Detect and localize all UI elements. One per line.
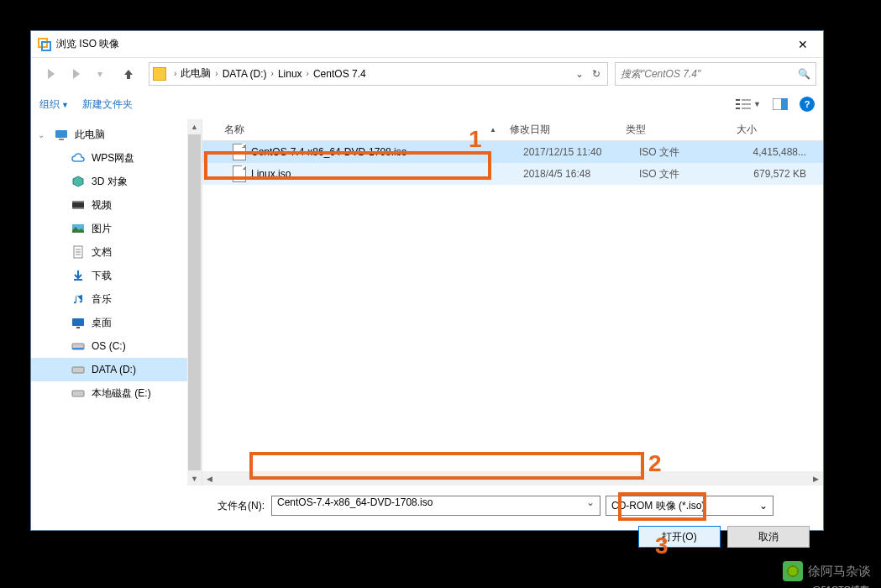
sidebar-item-documents[interactable]: 文档 — [31, 240, 202, 264]
svg-rect-20 — [72, 318, 84, 326]
svg-rect-24 — [72, 367, 84, 373]
vmware-icon — [38, 38, 51, 51]
chevron-right-icon: › — [271, 69, 274, 78]
svg-rect-13 — [72, 201, 84, 202]
sidebar-item-music[interactable]: 音乐 — [31, 287, 202, 311]
chevron-down-icon: ⌄ — [759, 500, 768, 512]
file-size: 4,415,488... — [743, 146, 823, 158]
scroll-right-icon[interactable]: ▶ — [809, 475, 823, 483]
organize-menu[interactable]: 组织▼ — [39, 97, 69, 112]
scroll-down-icon[interactable]: ▼ — [187, 471, 202, 486]
download-icon — [71, 269, 85, 282]
column-headers: 名称▲ 修改日期 类型 大小 — [202, 119, 823, 141]
file-type: ISO 文件 — [632, 167, 743, 181]
sidebar-item-drive-e[interactable]: 本地磁盘 (E:) — [31, 381, 202, 405]
svg-rect-9 — [781, 98, 788, 110]
sidebar-item-this-pc[interactable]: ⌄此电脑 — [31, 123, 202, 146]
svg-rect-23 — [72, 348, 84, 349]
svg-rect-10 — [55, 130, 67, 138]
svg-rect-14 — [72, 207, 84, 209]
annotation-box-1 — [204, 151, 491, 180]
watermark-text: 徐阿马杂谈 — [808, 564, 871, 580]
music-icon — [71, 292, 85, 306]
documents-icon — [71, 245, 85, 259]
pc-icon — [55, 128, 68, 141]
video-icon — [71, 198, 85, 212]
forward-button[interactable] — [63, 62, 87, 86]
new-folder-button[interactable]: 新建文件夹 — [82, 97, 133, 112]
breadcrumb-item[interactable]: DATA (D:) — [223, 68, 267, 80]
help-button[interactable]: ? — [800, 97, 815, 112]
drive-icon — [71, 363, 85, 376]
breadcrumb-dropdown[interactable]: ⌄ — [572, 68, 587, 80]
search-input[interactable] — [621, 68, 798, 80]
open-button[interactable]: 打开(O) — [638, 526, 721, 548]
annotation-box-2 — [249, 452, 644, 480]
collapse-icon: ⌄ — [38, 130, 45, 139]
chevron-right-icon: › — [307, 69, 309, 78]
annotation-box-3 — [618, 492, 706, 521]
recent-dropdown[interactable]: ▾ — [88, 62, 112, 86]
chevron-down-icon[interactable]: ⌄ — [586, 496, 595, 508]
sidebar-item-downloads[interactable]: 下载 — [31, 264, 202, 287]
dialog-title: 浏览 ISO 映像 — [56, 37, 784, 51]
sidebar-item-3d[interactable]: 3D 对象 — [31, 170, 202, 193]
column-date[interactable]: 修改日期 — [503, 123, 619, 137]
sidebar-item-videos[interactable]: 视频 — [31, 193, 202, 217]
annotation-number-2: 2 — [648, 450, 662, 477]
file-list: CentOS-7.4-x86_64-DVD-1708.iso 2017/12/1… — [202, 141, 823, 471]
titlebar: 浏览 ISO 映像 ✕ — [31, 31, 823, 57]
desktop-icon — [71, 316, 85, 329]
breadcrumb-item[interactable]: 此电脑 — [181, 66, 211, 81]
preview-pane-button[interactable] — [773, 98, 788, 110]
scroll-thumb[interactable] — [188, 134, 201, 470]
file-type: ISO 文件 — [632, 145, 743, 160]
scroll-left-icon[interactable]: ◀ — [202, 475, 217, 483]
svg-rect-6 — [742, 103, 751, 105]
folder-icon — [153, 67, 166, 81]
cancel-button[interactable]: 取消 — [727, 526, 810, 548]
scroll-up-icon[interactable]: ▲ — [187, 119, 202, 134]
file-date: 2017/12/15 11:40 — [517, 146, 632, 158]
cloud-icon — [71, 151, 85, 165]
sidebar-scrollbar[interactable]: ▲ ▼ — [187, 119, 202, 486]
svg-rect-3 — [736, 103, 740, 105]
filename-input[interactable]: CentOS-7.4-x86_64-DVD-1708.iso⌄ — [271, 496, 600, 516]
sidebar-item-desktop[interactable]: 桌面 — [31, 311, 202, 334]
column-type[interactable]: 类型 — [619, 123, 730, 137]
svg-rect-21 — [76, 327, 80, 328]
breadcrumb-bar[interactable]: › 此电脑 › DATA (D:) › Linux › CentOS 7.4 ⌄… — [149, 62, 608, 86]
file-size: 679,572 KB — [743, 168, 823, 180]
filename-label: 文件名(N): — [218, 499, 265, 513]
column-size[interactable]: 大小 — [730, 123, 823, 137]
annotation-number-3: 3 — [655, 533, 669, 559]
close-button[interactable]: ✕ — [784, 36, 821, 53]
refresh-button[interactable]: ↻ — [589, 68, 604, 80]
sort-asc-icon: ▲ — [490, 126, 496, 134]
drive-icon — [71, 339, 85, 353]
column-name[interactable]: 名称▲ — [218, 123, 503, 137]
breadcrumb-item[interactable]: CentOS 7.4 — [313, 68, 366, 80]
chevron-right-icon: › — [215, 69, 218, 78]
back-button[interactable] — [38, 62, 61, 86]
svg-rect-11 — [59, 139, 64, 140]
sidebar-item-drive-d[interactable]: DATA (D:) — [31, 358, 202, 381]
svg-rect-7 — [742, 108, 751, 109]
svg-rect-25 — [72, 391, 84, 396]
up-button[interactable] — [117, 62, 140, 86]
navigation-bar: ▾ › 此电脑 › DATA (D:) › Linux › CentOS 7.4… — [31, 57, 823, 89]
svg-rect-2 — [736, 99, 740, 101]
navigation-sidebar: ⌄此电脑 WPS网盘 3D 对象 视频 图片 文档 下载 音乐 桌面 OS (C… — [31, 119, 202, 486]
annotation-number-1: 1 — [469, 126, 482, 153]
sidebar-item-pictures[interactable]: 图片 — [31, 217, 202, 240]
watermark-subtitle: @51CTO博客 — [812, 584, 869, 588]
chevron-right-icon: › — [174, 69, 176, 78]
search-icon[interactable]: 🔍 — [798, 68, 810, 80]
search-box[interactable]: 🔍 — [615, 62, 816, 86]
drive-icon — [71, 386, 85, 400]
sidebar-item-wps[interactable]: WPS网盘 — [31, 146, 202, 170]
breadcrumb-item[interactable]: Linux — [278, 68, 302, 80]
view-options-button[interactable]: ▼ — [736, 98, 761, 110]
file-date: 2018/4/5 16:48 — [517, 168, 632, 180]
sidebar-item-drive-c[interactable]: OS (C:) — [31, 334, 202, 358]
